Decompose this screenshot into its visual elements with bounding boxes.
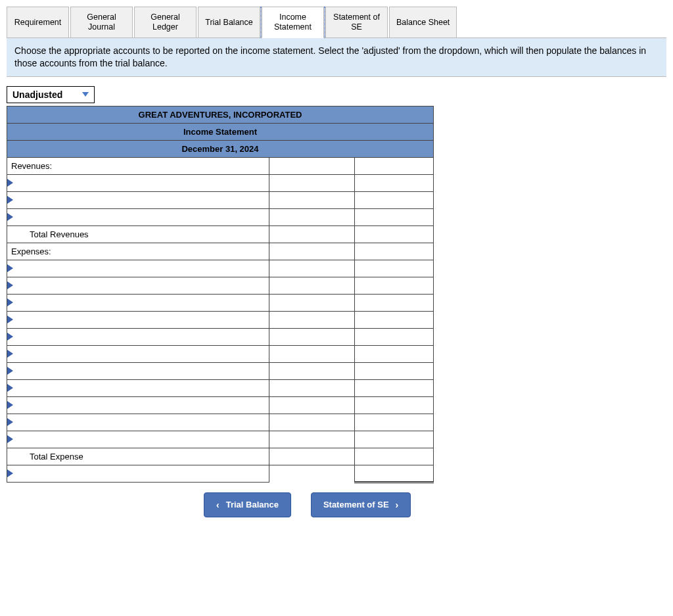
revenue-amount1-0[interactable] bbox=[269, 174, 355, 191]
expense-amount2-8[interactable] bbox=[355, 396, 434, 414]
tabs: Requirement General Journal General Ledg… bbox=[7, 7, 666, 38]
expense-amount2-9[interactable] bbox=[355, 414, 434, 431]
expense-amount1-2[interactable] bbox=[269, 294, 355, 311]
expense-amount1-7[interactable] bbox=[269, 379, 355, 396]
expense-amount1-6[interactable] bbox=[269, 362, 355, 379]
instruction-text: Choose the appropriate accounts to be re… bbox=[7, 37, 666, 77]
total-expense-label: Total Expense bbox=[7, 448, 269, 465]
expense-amount2-2[interactable] bbox=[355, 294, 434, 311]
expense-amount2-6[interactable] bbox=[355, 362, 434, 379]
expense-account-2[interactable] bbox=[7, 294, 269, 311]
revenue-amount1-1[interactable] bbox=[269, 191, 355, 208]
expense-account-5[interactable] bbox=[7, 345, 269, 362]
expense-account-4[interactable] bbox=[7, 328, 269, 345]
statement-date: December 31, 2024 bbox=[7, 140, 434, 157]
expense-account-1[interactable] bbox=[7, 277, 269, 294]
tab-general-journal[interactable]: General Journal bbox=[70, 7, 133, 38]
next-button[interactable]: Statement of SE › bbox=[311, 492, 411, 517]
revenues-label: Revenues: bbox=[7, 157, 269, 174]
expense-account-8[interactable] bbox=[7, 396, 269, 414]
expense-amount2-3[interactable] bbox=[355, 311, 434, 328]
expenses-label: Expenses: bbox=[7, 243, 269, 260]
company-name: GREAT ADVENTURES, INCORPORATED bbox=[7, 106, 434, 123]
revenue-amount2-1[interactable] bbox=[355, 191, 434, 208]
expense-account-10[interactable] bbox=[7, 431, 269, 448]
chevron-down-icon bbox=[82, 92, 89, 97]
tab-statement-of-se[interactable]: Statement of SE bbox=[325, 7, 388, 38]
income-statement-table: GREAT ADVENTURES, INCORPORATED Income St… bbox=[7, 106, 434, 483]
tab-general-ledger[interactable]: General Ledger bbox=[134, 7, 197, 38]
total-revenues-label: Total Revenues bbox=[7, 225, 269, 243]
basis-dropdown[interactable]: Unadjusted bbox=[7, 86, 95, 103]
tab-requirement[interactable]: Requirement bbox=[7, 7, 69, 38]
expense-amount1-10[interactable] bbox=[269, 431, 355, 448]
expense-amount1-0[interactable] bbox=[269, 260, 355, 277]
expense-account-7[interactable] bbox=[7, 379, 269, 396]
expense-amount1-1[interactable] bbox=[269, 277, 355, 294]
total-revenues-amt1[interactable] bbox=[269, 225, 355, 243]
prev-button[interactable]: ‹ Trial Balance bbox=[204, 492, 291, 517]
chevron-right-icon: › bbox=[396, 500, 399, 510]
expense-account-0[interactable] bbox=[7, 260, 269, 277]
net-income-amount[interactable] bbox=[355, 465, 434, 482]
revenue-amount2-0[interactable] bbox=[355, 174, 434, 191]
expense-account-3[interactable] bbox=[7, 311, 269, 328]
expense-amount2-4[interactable] bbox=[355, 328, 434, 345]
expense-account-9[interactable] bbox=[7, 414, 269, 431]
expense-amount2-1[interactable] bbox=[355, 277, 434, 294]
expense-amount2-10[interactable] bbox=[355, 431, 434, 448]
revenue-account-1[interactable] bbox=[7, 191, 269, 208]
chevron-left-icon: ‹ bbox=[216, 500, 220, 510]
expense-account-6[interactable] bbox=[7, 362, 269, 379]
tab-income-statement[interactable]: Income Statement bbox=[262, 7, 324, 38]
expense-amount1-4[interactable] bbox=[269, 328, 355, 345]
dropdown-value: Unadjusted bbox=[12, 89, 62, 100]
revenue-amount1-2[interactable] bbox=[269, 208, 355, 225]
statement-title: Income Statement bbox=[7, 123, 434, 140]
expense-amount2-5[interactable] bbox=[355, 345, 434, 362]
expense-amount2-0[interactable] bbox=[355, 260, 434, 277]
revenue-amount2-2[interactable] bbox=[355, 208, 434, 225]
total-expense-amt1[interactable] bbox=[269, 448, 355, 465]
revenue-account-0[interactable] bbox=[7, 174, 269, 191]
revenue-account-2[interactable] bbox=[7, 208, 269, 225]
expense-amount2-7[interactable] bbox=[355, 379, 434, 396]
total-revenues-amt2[interactable] bbox=[355, 225, 434, 243]
tab-balance-sheet[interactable]: Balance Sheet bbox=[389, 7, 457, 38]
total-expense-amt2[interactable] bbox=[355, 448, 434, 465]
expense-amount1-9[interactable] bbox=[269, 414, 355, 431]
expense-amount1-3[interactable] bbox=[269, 311, 355, 328]
expense-amount1-8[interactable] bbox=[269, 396, 355, 414]
net-income-account[interactable] bbox=[7, 465, 269, 482]
nav-buttons: ‹ Trial Balance Statement of SE › bbox=[7, 492, 666, 517]
expense-amount1-5[interactable] bbox=[269, 345, 355, 362]
tab-trial-balance[interactable]: Trial Balance bbox=[198, 7, 260, 38]
